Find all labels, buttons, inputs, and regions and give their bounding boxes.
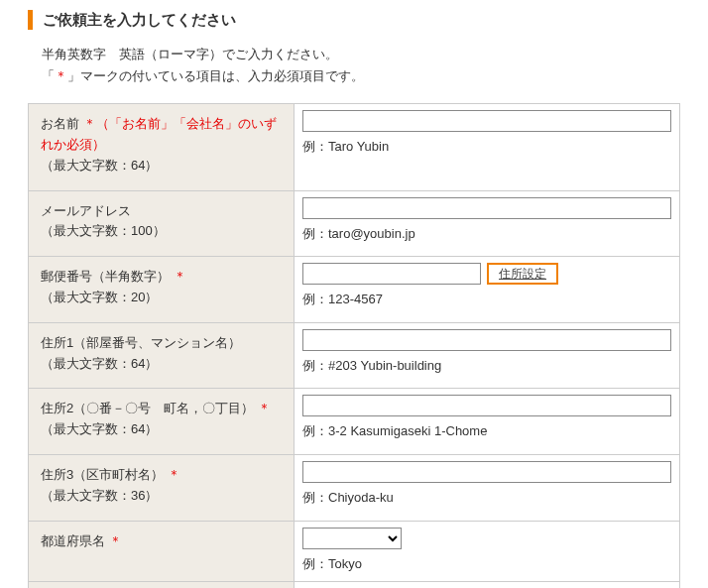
addr3-input[interactable] (302, 461, 671, 483)
name-input[interactable] (302, 110, 671, 132)
intro-line2: 「＊」マークの付いている項目は、入力必須項目です。 (42, 65, 680, 87)
addr3-sub: （最大文字数：36） (41, 486, 282, 507)
sender-form-table: お名前 ＊（「お名前」「会社名」のいずれか必須） （最大文字数：64） 例：Ta… (28, 103, 680, 588)
email-sub: （最大文字数：100） (41, 221, 282, 242)
addr1-input[interactable] (302, 329, 671, 351)
addr1-label: 住所1（部屋番号、マンション名） (41, 333, 282, 354)
name-label: お名前 (41, 116, 83, 131)
intro-text: 半角英数字 英語（ローマ字）でご入力ください。 「＊」マークの付いている項目は、… (42, 44, 680, 87)
required-mark: ＊ (174, 269, 186, 284)
postal-example: 例：123-4567 (302, 291, 671, 308)
row-email: メールアドレス （最大文字数：100） 例：taro@youbin.jp (29, 190, 680, 257)
email-example: 例：taro@youbin.jp (302, 225, 671, 243)
name-example: 例：Taro Yubin (302, 138, 671, 156)
row-postal: 郵便番号（半角数字） ＊ （最大文字数：20） 住所設定 例：123-4567 (29, 257, 680, 323)
name-sub: （最大文字数：64） (41, 156, 282, 176)
postal-input[interactable] (302, 263, 481, 285)
title-accent-bar (28, 10, 33, 30)
addr2-label: 住所2（〇番－〇号 町名，〇丁目） (41, 401, 258, 415)
prefecture-select[interactable] (302, 528, 402, 549)
postal-label: 郵便番号（半角数字） (41, 269, 174, 284)
row-addr2: 住所2（〇番－〇号 町名，〇丁目） ＊ （最大文字数：64） 例：3-2 Kas… (29, 389, 680, 455)
required-mark: ＊ (168, 467, 180, 482)
address-lookup-button[interactable]: 住所設定 (487, 263, 558, 285)
addr3-example: 例：Chiyoda-ku (302, 489, 671, 507)
addr2-input[interactable] (302, 395, 671, 416)
addr1-sub: （最大文字数：64） (41, 354, 282, 375)
row-phone: ご連絡先電話番号（半角数字） ＊ （最大文字数：20） 例：+81-12-345… (29, 581, 680, 588)
required-mark: ＊ (83, 116, 96, 131)
addr2-example: 例：3-2 Kasumigaseki 1-Chome (302, 422, 671, 440)
addr3-label: 住所3（区市町村名） (41, 467, 168, 482)
addr2-sub: （最大文字数：64） (41, 419, 282, 440)
pref-label: 都道府県名 (41, 533, 109, 548)
row-prefecture: 都道府県名 ＊ 例：Tokyo (29, 521, 680, 581)
addr1-example: 例：#203 Yubin-building (302, 357, 671, 375)
postal-sub: （最大文字数：20） (41, 288, 282, 308)
section-title-text: ご依頼主を入力してください (43, 11, 236, 30)
row-name: お名前 ＊（「お名前」「会社名」のいずれか必須） （最大文字数：64） 例：Ta… (29, 104, 680, 190)
row-addr1: 住所1（部屋番号、マンション名） （最大文字数：64） 例：#203 Yubin… (29, 322, 680, 389)
email-input[interactable] (302, 197, 671, 219)
row-addr3: 住所3（区市町村名） ＊ （最大文字数：36） 例：Chiyoda-ku (29, 454, 680, 521)
intro-line1: 半角英数字 英語（ローマ字）でご入力ください。 (42, 44, 680, 65)
intro-asterisk: ＊ (55, 68, 67, 83)
required-mark: ＊ (258, 401, 271, 415)
required-mark: ＊ (109, 533, 122, 548)
pref-example: 例：Tokyo (302, 555, 671, 573)
section-title: ご依頼主を入力してください (28, 10, 680, 30)
email-label: メールアドレス (41, 201, 282, 222)
